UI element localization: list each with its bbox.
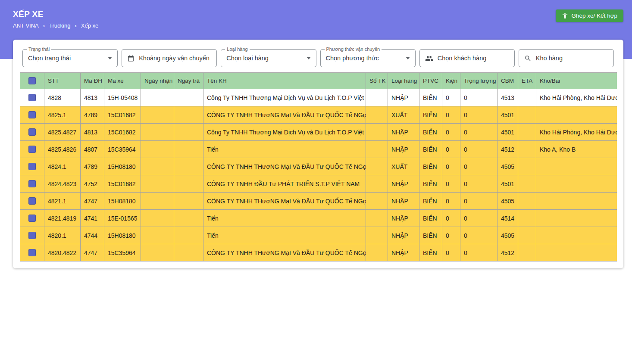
cell-ten-kh: CÔNG TY TNHH THươNG MạI Và ĐẦU Tư QUỐC T… xyxy=(203,193,366,210)
cell-stt: 4825.4827 xyxy=(44,124,81,141)
chevron-down-icon xyxy=(402,57,410,59)
cell-kien: 0 xyxy=(442,106,460,124)
cell-cbm: 4501 xyxy=(497,124,518,141)
row-checkbox[interactable] xyxy=(28,215,36,222)
table-row[interactable]: 4821.1474715H08180CÔNG TY TNHH THươNG Mạ… xyxy=(20,193,617,210)
filter-khach-hang[interactable]: Chọn khách hàng xyxy=(419,49,515,67)
row-checkbox[interactable] xyxy=(28,249,36,256)
cell-ngay-nhan xyxy=(141,193,174,210)
filter-date-range[interactable]: Khoảng ngày vận chuyển xyxy=(122,49,217,67)
cell-ma-dh: 4747 xyxy=(81,244,104,261)
filter-kho-hang[interactable]: Kho hàng xyxy=(519,49,614,67)
cell-loai-hang: NHẬP xyxy=(388,175,419,193)
filter-phuong-thuc-label: Phương thức vận chuyển xyxy=(325,46,382,52)
cell-stt: 4828 xyxy=(44,89,81,106)
cell-stt: 4824.4823 xyxy=(44,175,81,193)
row-checkbox[interactable] xyxy=(28,146,36,153)
table-row[interactable]: 4820.1474415H08180TiếnNHẬPBIỂN004505 xyxy=(20,227,617,244)
cell-eta xyxy=(518,124,536,141)
row-checkbox[interactable] xyxy=(28,197,36,205)
orders-table: STTMã ĐHMã xeNgày nhậnNgày trảTên KHSố T… xyxy=(20,72,617,261)
table-row[interactable]: 4828481315H-05408Công Ty TNHH Thương Mại… xyxy=(20,89,617,106)
table-row[interactable]: 4821.4819474115E-01565TiếnNHẬPBIỂN004514 xyxy=(20,210,617,227)
cell-ptvc: BIỂN xyxy=(419,227,442,244)
select-all-checkbox[interactable] xyxy=(28,77,36,84)
cell-so-tk xyxy=(366,106,388,124)
table-row[interactable]: 4825.1478915C01682CÔNG TY TNHH THươNG Mạ… xyxy=(20,106,617,124)
ghep-xe-button[interactable]: Ghép xe/ Kết hợp xyxy=(556,9,623,22)
row-checkbox[interactable] xyxy=(28,163,36,170)
cell-ngay-tra xyxy=(174,193,203,210)
breadcrumb-item-xep-xe: Xếp xe xyxy=(81,22,98,29)
cell-kien: 0 xyxy=(442,141,460,158)
cell-ma-xe: 15E-01565 xyxy=(104,210,141,227)
cell-ma-xe: 15H-05408 xyxy=(104,89,141,106)
cell-kho-bai: Kho Hải Phòng, Kho Hải Dương xyxy=(536,89,617,106)
cell-so-tk xyxy=(366,244,388,261)
people-icon xyxy=(425,54,433,62)
cell-kho-bai xyxy=(536,227,617,244)
row-checkbox[interactable] xyxy=(28,232,36,239)
chevron-right-icon: › xyxy=(43,22,45,29)
cell-kho-bai: Kho A, Kho B xyxy=(536,141,617,158)
column-header-eta: ETA xyxy=(518,73,536,89)
row-checkbox-cell xyxy=(20,210,44,227)
cell-cbm: 4501 xyxy=(497,175,518,193)
cell-ptvc: BIỂN xyxy=(419,175,442,193)
cell-kien: 0 xyxy=(442,227,460,244)
cell-kho-bai xyxy=(536,175,617,193)
cell-ma-xe: 15C35964 xyxy=(104,244,141,261)
column-header-kho-bai: Kho/Bãi xyxy=(536,73,617,89)
table-row[interactable]: 4825.4826480715C35964TiếnNHẬPBIỂN004512K… xyxy=(20,141,617,158)
row-checkbox[interactable] xyxy=(28,180,36,187)
table-row[interactable]: 4820.4822474715C35964CÔNG TY TNHH THươNG… xyxy=(20,244,617,261)
table-row[interactable]: 4824.4823475215C01682CÔNG TY TNHH ĐẦU Tư… xyxy=(20,175,617,193)
cell-ngay-tra xyxy=(174,175,203,193)
filter-trang-thai-label: Trạng thái xyxy=(27,46,51,52)
table-head: STTMã ĐHMã xeNgày nhậnNgày trảTên KHSố T… xyxy=(20,73,617,89)
breadcrumb-item-ant-vina[interactable]: ANT VINA xyxy=(13,22,39,29)
cell-kien: 0 xyxy=(442,89,460,106)
cell-cbm: 4513 xyxy=(497,89,518,106)
cell-loai-hang: NHẬP xyxy=(388,141,419,158)
cell-eta xyxy=(518,227,536,244)
cell-ngay-tra xyxy=(174,89,203,106)
cell-eta xyxy=(518,106,536,124)
filter-loai-hang[interactable]: Loại hàng Chọn loại hàng xyxy=(221,49,316,67)
cell-eta xyxy=(518,193,536,210)
filter-phuong-thuc[interactable]: Phương thức vận chuyển Chọn phương thức xyxy=(320,49,416,67)
filter-trang-thai[interactable]: Trạng thái Chọn trạng thái xyxy=(22,49,118,67)
cell-ngay-tra xyxy=(174,141,203,158)
column-header-loai-hang: Loại hàng xyxy=(388,73,419,89)
cell-ptvc: BIỂN xyxy=(419,124,442,141)
cell-kien: 0 xyxy=(442,175,460,193)
cell-so-tk xyxy=(366,89,388,106)
breadcrumb: ANT VINA › Trucking › Xếp xe xyxy=(13,22,98,29)
cell-stt: 4825.1 xyxy=(44,106,81,124)
filter-khach-hang-value: Chọn khách hàng xyxy=(438,55,509,62)
cell-kien: 0 xyxy=(442,193,460,210)
cell-ma-dh: 4741 xyxy=(81,210,104,227)
cell-ngay-nhan xyxy=(141,175,174,193)
cell-kien: 0 xyxy=(442,158,460,175)
column-header-stt: STT xyxy=(44,73,81,89)
row-checkbox-cell xyxy=(20,89,44,106)
chevron-down-icon xyxy=(104,57,112,59)
row-checkbox[interactable] xyxy=(28,111,36,118)
cell-ngay-nhan xyxy=(141,141,174,158)
table-container: STTMã ĐHMã xeNgày nhậnNgày trảTên KHSố T… xyxy=(20,72,617,261)
breadcrumb-item-trucking[interactable]: Trucking xyxy=(49,22,70,29)
cell-so-tk xyxy=(366,175,388,193)
row-checkbox[interactable] xyxy=(28,128,36,136)
cell-stt: 4820.1 xyxy=(44,227,81,244)
cell-ngay-tra xyxy=(174,210,203,227)
cell-trong-luong: 0 xyxy=(460,227,497,244)
cell-trong-luong: 0 xyxy=(460,141,497,158)
table-row[interactable]: 4825.4827481315C01682Công Ty TNHH Thương… xyxy=(20,124,617,141)
row-checkbox-cell xyxy=(20,175,44,193)
cell-ma-dh: 4813 xyxy=(81,124,104,141)
table-row[interactable]: 4824.1478915H08180CÔNG TY TNHH THươNG Mạ… xyxy=(20,158,617,175)
row-checkbox[interactable] xyxy=(28,94,36,101)
cell-ma-xe: 15C01682 xyxy=(104,106,141,124)
cell-loai-hang: NHẬP xyxy=(388,210,419,227)
